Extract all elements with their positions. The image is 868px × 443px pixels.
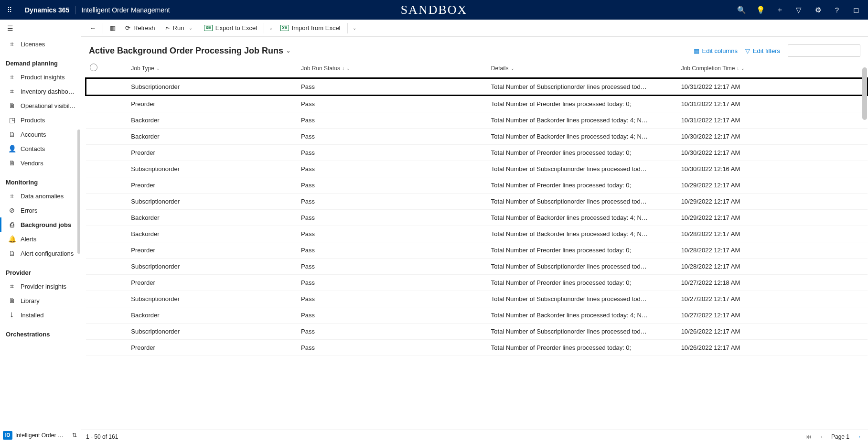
column-header-job-run-status[interactable]: Job Run Status↓⌄ (297, 59, 487, 78)
sidebar-item-label: Alerts (21, 236, 36, 243)
row-select-cell[interactable] (86, 340, 107, 356)
import-excel-button[interactable]: x≡ Import from Excel (277, 22, 344, 35)
pager-prev-button[interactable]: ← (817, 432, 827, 441)
export-excel-button[interactable]: x≡ Export to Excel (200, 22, 261, 35)
help-icon[interactable]: ? (829, 2, 845, 18)
sidebar-item[interactable]: 🗎Library (0, 293, 81, 308)
sidebar-item[interactable]: 🗎Accounts (0, 127, 81, 141)
sidebar-item[interactable]: 🗎Operational visibil… (0, 98, 81, 113)
table-row[interactable]: PreorderPassTotal Number of Preorder lin… (86, 177, 868, 194)
table-row[interactable]: SubscriptionorderPassTotal Number of Sub… (86, 324, 868, 340)
sort-descending-icon: ↓ (342, 65, 344, 71)
lightbulb-icon[interactable]: 💡 (752, 2, 769, 18)
sidebar-item[interactable]: 🗎Alert configurations (0, 246, 81, 260)
row-select-cell[interactable] (86, 242, 107, 259)
export-excel-chevron[interactable]: ⌄ (267, 23, 275, 32)
select-all-header[interactable] (86, 59, 107, 78)
excel-import-icon: x≡ (280, 25, 289, 31)
sort-descending-icon: ↓ (737, 65, 739, 71)
main-scrollbar[interactable] (862, 67, 867, 120)
sidebar-item[interactable]: ⎙Background jobs (0, 217, 81, 232)
sidebar-item[interactable]: ⌗Provider insights (0, 279, 81, 293)
table-row[interactable]: BackorderPassTotal Number of Backorder l… (86, 112, 868, 129)
sidebar-item[interactable]: 🗎Vendors (0, 156, 81, 170)
assistant-icon[interactable]: ◻ (848, 2, 864, 18)
run-button[interactable]: ➣ Run ⌄ (161, 22, 199, 35)
edit-filters-button[interactable]: ▽ Edit filters (745, 47, 780, 54)
refresh-button[interactable]: ⟳ Refresh (121, 22, 159, 35)
grid-scroll-area[interactable]: Job Type⌄ Job Run Status↓⌄ Details⌄ Job … (81, 59, 868, 430)
row-select-cell[interactable] (86, 194, 107, 210)
table-row[interactable]: BackorderPassTotal Number of Backorder l… (86, 226, 868, 242)
row-select-cell[interactable] (86, 275, 107, 291)
select-all-circle-icon[interactable] (90, 64, 97, 71)
table-row[interactable]: BackorderPassTotal Number of Backorder l… (86, 307, 868, 324)
cell-details: Total Number of Backorder lines processe… (487, 129, 677, 145)
sidebar-item-label: Inventory dashbo… (21, 88, 75, 95)
row-select-cell[interactable] (86, 129, 107, 145)
column-header-completion-time[interactable]: Job Completion Time↓⌄ (677, 59, 868, 78)
cell-details: Total Number of Backorder lines processe… (487, 226, 677, 242)
show-chart-button[interactable]: ▥ (106, 22, 119, 35)
sidebar-item[interactable]: ⭳Installed (0, 308, 81, 322)
sidebar-item[interactable]: ◳Products (0, 113, 81, 127)
column-header-text: Details (491, 65, 509, 72)
sidebar-item[interactable]: 👤Contacts (0, 141, 81, 156)
table-row[interactable]: SubscriptionorderPassTotal Number of Sub… (86, 161, 868, 177)
table-row[interactable]: SubscriptionorderPassTotal Number of Sub… (86, 259, 868, 275)
cell-job-run-status: Pass (297, 161, 487, 177)
row-select-cell[interactable] (86, 78, 107, 96)
search-icon[interactable]: 🔍 (733, 2, 750, 18)
row-select-cell[interactable] (86, 145, 107, 161)
settings-gear-icon[interactable]: ⚙ (810, 2, 826, 18)
app-launcher-icon[interactable]: ⠿ (0, 6, 19, 14)
table-row[interactable]: SubscriptionorderPassTotal Number of Sub… (86, 78, 868, 96)
table-row[interactable]: PreorderPassTotal Number of Preorder lin… (86, 96, 868, 112)
row-select-cell[interactable] (86, 112, 107, 129)
sidebar-item[interactable]: 🔔Alerts (0, 232, 81, 246)
table-row[interactable]: BackorderPassTotal Number of Backorder l… (86, 210, 868, 226)
row-select-cell[interactable] (86, 307, 107, 324)
edit-columns-button[interactable]: ▦ Edit columns (694, 47, 738, 54)
cell-job-type: Subscriptionorder (107, 78, 297, 96)
row-select-cell[interactable] (86, 324, 107, 340)
sidebar-item[interactable]: ⌗Product insights (0, 70, 81, 84)
sidebar-item-icon: ⌗ (8, 282, 16, 291)
sidebar-item[interactable]: ⊘Errors (0, 203, 81, 217)
row-select-cell[interactable] (86, 177, 107, 194)
area-switcher[interactable]: IO Intelligent Order … ⇅ (0, 427, 81, 443)
sidebar-item[interactable]: ⌗Data anomalies (0, 189, 81, 203)
chevron-down-icon[interactable]: ⌄ (187, 23, 194, 32)
column-header-job-type[interactable]: Job Type⌄ (107, 59, 297, 78)
cell-completion-time: 10/30/2022 12:17 AM (677, 145, 868, 161)
table-row[interactable]: SubscriptionorderPassTotal Number of Sub… (86, 194, 868, 210)
back-button[interactable]: ← (86, 22, 100, 35)
sidebar-collapse-toggle[interactable]: ☰ (0, 20, 81, 37)
row-select-cell[interactable] (86, 226, 107, 242)
row-select-cell[interactable] (86, 291, 107, 307)
view-selector[interactable]: Active Background Order Processing Job R… (89, 46, 290, 56)
sidebar-item-label: Contacts (21, 145, 45, 152)
row-select-cell[interactable] (86, 96, 107, 112)
pager-first-button[interactable]: ⏮ (804, 432, 814, 441)
cell-job-run-status: Pass (297, 242, 487, 259)
table-row[interactable]: PreorderPassTotal Number of Preorder lin… (86, 145, 868, 161)
table-row[interactable]: BackorderPassTotal Number of Backorder l… (86, 129, 868, 145)
sidebar-item[interactable]: ⌗Inventory dashbo… (0, 84, 81, 98)
table-row[interactable]: PreorderPassTotal Number of Preorder lin… (86, 275, 868, 291)
pager-next-button[interactable]: → (853, 432, 863, 441)
import-excel-chevron[interactable]: ⌄ (351, 23, 358, 32)
table-row[interactable]: PreorderPassTotal Number of Preorder lin… (86, 340, 868, 356)
row-select-cell[interactable] (86, 161, 107, 177)
view-search-input[interactable] (788, 44, 860, 57)
filter-icon[interactable]: ▽ (791, 2, 807, 18)
table-row[interactable]: SubscriptionorderPassTotal Number of Sub… (86, 291, 868, 307)
table-row[interactable]: PreorderPassTotal Number of Preorder lin… (86, 242, 868, 259)
row-select-cell[interactable] (86, 259, 107, 275)
add-icon[interactable]: ＋ (772, 2, 788, 18)
column-header-details[interactable]: Details⌄ (487, 59, 677, 78)
sidebar-item[interactable]: ⌗Licenses (0, 37, 81, 51)
sidebar-scrollbar[interactable] (77, 130, 80, 254)
row-select-cell[interactable] (86, 210, 107, 226)
record-range-label: 1 - 50 of 161 (86, 433, 118, 440)
